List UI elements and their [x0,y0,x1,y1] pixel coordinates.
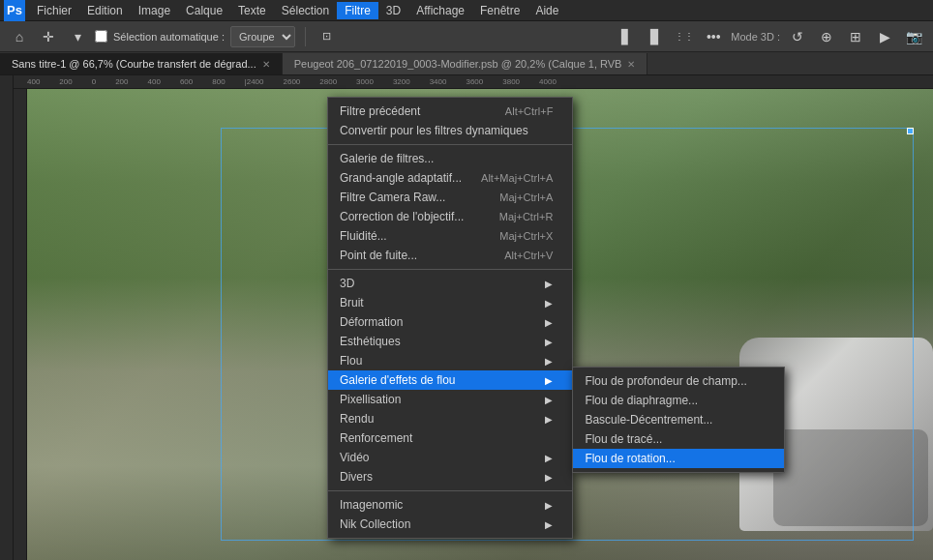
canvas-area: 400 200 0 200 400 600 800 |2400 2600 280… [14,75,933,560]
tab-sans-titre[interactable]: Sans titre-1 @ 66,7% (Courbe transfert d… [0,53,283,74]
sep2 [328,269,572,270]
menu-image[interactable]: Image [131,2,178,19]
ruler-tick: 3200 [393,77,410,86]
menu-edition[interactable]: Edition [79,2,131,19]
nik-collection-item[interactable]: Nik Collection ▶ [328,515,572,534]
ruler-tick: 0 [92,77,96,86]
group-select[interactable]: Groupe [230,26,295,47]
toolbar: ⌂ ✛ ▾ Sélection automatique : Groupe ⊡ ▋… [0,21,933,52]
filter-dropdown: Filtre précédent Alt+Ctrl+F Convertir po… [327,97,573,539]
grand-angle-item[interactable]: Grand-angle adaptatif... Alt+Maj+Ctrl+A [328,168,572,188]
sep [328,144,572,145]
renforcement-item[interactable]: Renforcement [328,428,572,448]
more-options-button[interactable]: ••• [702,25,725,48]
menu-filtre[interactable]: Filtre [337,2,378,19]
ruler-tick: 2800 [319,77,337,86]
ruler-tick: 4000 [539,77,557,86]
ruler-top: 400 200 0 200 400 600 800 |2400 2600 280… [14,75,933,89]
3d-bar1[interactable]: ▋ [615,25,638,48]
convertir-filtres-item[interactable]: Convertir pour les filtres dynamiques [328,121,572,140]
tab-peugeot[interactable]: Peugeot 206_07122019_0003-Modifier.psb @… [283,53,648,74]
ruler-tick: 400 [148,77,161,86]
ruler-tick: 200 [59,77,72,86]
menu-fenetre[interactable]: Fenêtre [472,2,527,19]
tab-close-0[interactable]: ✕ [262,59,270,70]
flou-diaphragme-item[interactable]: Flou de diaphragme... [573,391,784,410]
correction-objectif-item[interactable]: Correction de l'objectif... Maj+Ctrl+R [328,207,572,226]
ruler-tick: 800 [212,77,225,86]
menu-texte[interactable]: Texte [230,2,274,19]
flou-item[interactable]: Flou ▶ [328,351,572,370]
toolbar-right: ▋ ▊ ⋮⋮ ••• Mode 3D : ↺ ⊕ ⊞ ▶ 📷 [615,25,925,48]
menu-fichier[interactable]: Fichier [29,2,79,19]
menu-calque[interactable]: Calque [178,2,230,19]
ruler-left [14,89,27,560]
menubar: Ps Fichier Edition Image Calque Texte Sé… [0,0,933,21]
point-fuite-item[interactable]: Point de fuite... Alt+Ctrl+V [328,246,572,265]
home-button[interactable]: ⌂ [8,25,31,48]
filter-precedent-item[interactable]: Filtre précédent Alt+Ctrl+F [328,102,572,121]
main-area: 400 200 0 200 400 600 800 |2400 2600 280… [0,75,933,560]
ruler-tick: 3400 [430,77,447,86]
deformation-item[interactable]: Déformation ▶ [328,312,572,332]
bascule-decentrement-item[interactable]: Bascule-Décentrement... [573,410,784,429]
3d-sep-btn[interactable]: ⋮⋮ [673,25,696,48]
flou-trace-item[interactable]: Flou de tracé... [573,429,784,449]
flou-profondeur-item[interactable]: Flou de profondeur de champ... [573,371,784,391]
video-item[interactable]: Vidéo ▶ [328,448,572,467]
auto-select-checkbox[interactable] [95,30,107,43]
pixellisation-item[interactable]: Pixellisation ▶ [328,390,572,409]
ps-logo[interactable]: Ps [4,0,25,21]
menu-3d-item[interactable]: 3D ▶ [328,274,572,293]
ruler-tick: 3800 [502,77,520,86]
3d-pan[interactable]: ⊕ [815,25,838,48]
3d-rotate[interactable]: ↺ [786,25,809,48]
ruler-tick: 200 [115,77,128,86]
sep3 [328,490,572,491]
rendu-item[interactable]: Rendu ▶ [328,409,572,428]
galerie-effets-flou-item[interactable]: Galerie d'effets de flou ▶ Flou de profo… [328,370,572,390]
menu-selection[interactable]: Sélection [274,2,337,19]
menu-aide[interactable]: Aide [527,2,566,19]
fluidite-item[interactable]: Fluidité... Maj+Ctrl+X [328,226,572,246]
mode-3d-label: Mode 3D : [731,31,780,43]
ruler-tick: 3600 [466,77,483,86]
tab-close-1[interactable]: ✕ [627,59,635,70]
camera-raw-item[interactable]: Filtre Camera Raw... Maj+Ctrl+A [328,188,572,207]
auto-select-label: Sélection automatique : [113,31,225,43]
menu-3d[interactable]: 3D [378,2,408,19]
tabbar: Sans titre-1 @ 66,7% (Courbe transfert d… [0,52,933,75]
move-options-button[interactable]: ▾ [66,25,89,48]
camera-button[interactable]: 📷 [902,25,925,48]
show-transform-button[interactable]: ⊡ [316,25,339,48]
imagenomic-item[interactable]: Imagenomic ▶ [328,495,572,515]
move-tool-button[interactable]: ✛ [37,25,60,48]
ruler-tick: 2600 [283,77,300,86]
3d-extra[interactable]: ▶ [873,25,896,48]
galerie-submenu: Flou de profondeur de champ... Flou de d… [572,367,785,473]
sep1 [305,27,306,46]
left-tools-panel [0,75,14,560]
ruler-tick: |2400 [245,77,264,86]
menu-affichage[interactable]: Affichage [408,2,472,19]
filter-menu-panel: Filtre précédent Alt+Ctrl+F Convertir po… [327,97,573,539]
ruler-tick: 600 [180,77,193,86]
ruler-tick: 3000 [356,77,374,86]
3d-zoom[interactable]: ⊞ [844,25,867,48]
divers-item[interactable]: Divers ▶ [328,467,572,486]
ruler-tick: 400 [27,77,40,86]
bruit-item[interactable]: Bruit ▶ [328,293,572,312]
3d-bar2[interactable]: ▊ [644,25,667,48]
esthetiques-item[interactable]: Esthétiques ▶ [328,332,572,351]
flou-rotation-item[interactable]: Flou de rotation... [573,449,784,468]
galerie-filtres-item[interactable]: Galerie de filtres... [328,149,572,168]
